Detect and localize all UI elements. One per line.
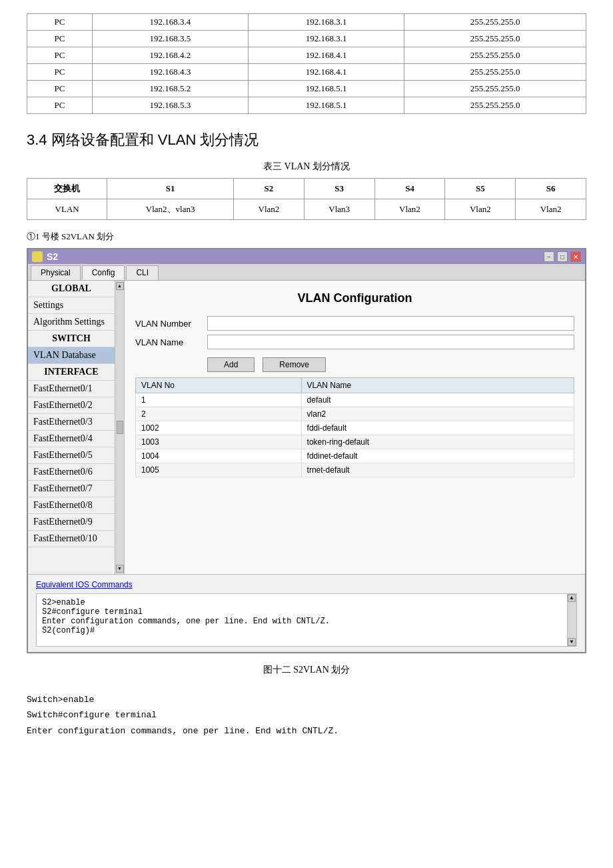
tab-config[interactable]: Config bbox=[82, 265, 125, 280]
sidebar-item-fastethernet0-3[interactable]: FastEthernet0/3 bbox=[28, 414, 115, 431]
add-button[interactable]: Add bbox=[207, 357, 255, 372]
table-cell: PC bbox=[27, 64, 93, 81]
remove-button[interactable]: Remove bbox=[263, 357, 326, 372]
ios-label[interactable]: Equivalent IOS Commands bbox=[36, 580, 577, 589]
sidebar-item-algorithm-settings[interactable]: Algorithm Settings bbox=[28, 314, 115, 331]
vlan-col-header: S2 bbox=[234, 179, 305, 199]
table-cell: VLAN bbox=[27, 199, 107, 220]
section-heading: 3.4 网络设备配置和 VLAN 划分情况 bbox=[27, 130, 586, 150]
list-cell: trnet-default bbox=[301, 463, 574, 477]
sidebar-scroll-down[interactable]: ▼ bbox=[116, 565, 124, 573]
vlan-name-label: VLAN Name bbox=[135, 337, 202, 347]
ios-lines: S2>enableS2#configure terminalEnter conf… bbox=[42, 598, 571, 635]
list-cell: fddinet-default bbox=[301, 449, 574, 463]
list-item: 1default bbox=[136, 393, 574, 407]
sidebar-scroll-up[interactable]: ▲ bbox=[116, 282, 124, 290]
tab-bar: Physical Config CLI bbox=[28, 264, 585, 281]
vlan-division-table: 交换机S1S2S3S4S5S6 VLANVlan2、vlan3Vlan2Vlan… bbox=[27, 178, 586, 220]
vlan-col-header: S5 bbox=[445, 179, 516, 199]
list-item: 1002fddi-default bbox=[136, 421, 574, 435]
vlan-list-col-name: VLAN Name bbox=[301, 378, 574, 393]
close-button[interactable]: ✕ bbox=[570, 251, 581, 262]
sidebar-item-interface[interactable]: INTERFACE bbox=[28, 364, 115, 381]
table-cell: 192.168.3.4 bbox=[92, 14, 248, 31]
table-cell: 192.168.3.1 bbox=[249, 14, 404, 31]
sidebar-item-fastethernet0-7[interactable]: FastEthernet0/7 bbox=[28, 481, 115, 497]
table-cell: 192.168.3.1 bbox=[249, 31, 404, 47]
table-cell: PC bbox=[27, 14, 93, 31]
sidebar-item-settings[interactable]: Settings bbox=[28, 297, 115, 314]
ios-terminal: S2>enableS2#configure terminalEnter conf… bbox=[36, 593, 577, 647]
list-cell: fddi-default bbox=[301, 421, 574, 435]
list-cell: 1005 bbox=[136, 463, 302, 477]
simulator-window: S2 − □ ✕ Physical Config CLI GLOBALSetti… bbox=[27, 248, 586, 653]
sidebar: GLOBALSettingsAlgorithm SettingsSWITCHVL… bbox=[28, 281, 125, 574]
list-cell: default bbox=[301, 393, 574, 407]
vlan-table-caption: 表三 VLAN 划分情况 bbox=[27, 161, 586, 173]
code-line: Enter configuration commands, one per li… bbox=[27, 723, 586, 739]
ios-scroll-up[interactable]: ▲ bbox=[568, 594, 576, 602]
table-cell: 255.255.255.0 bbox=[404, 31, 586, 47]
titlebar: S2 − □ ✕ bbox=[28, 249, 585, 264]
sidebar-items: GLOBALSettingsAlgorithm SettingsSWITCHVL… bbox=[28, 281, 115, 574]
list-item: 2vlan2 bbox=[136, 407, 574, 421]
figure-caption: 图十二 S2VLAN 划分 bbox=[27, 664, 586, 676]
sidebar-item-fastethernet0-1[interactable]: FastEthernet0/1 bbox=[28, 381, 115, 397]
table-cell: Vlan2、vlan3 bbox=[107, 199, 234, 220]
vlan-annotation: ①1 号楼 S2VLAN 划分 bbox=[27, 231, 586, 243]
table-row: PC192.168.5.2192.168.5.1255.255.255.0 bbox=[27, 81, 586, 97]
vlan-list-table: VLAN No VLAN Name 1default2vlan21002fddi… bbox=[135, 377, 574, 477]
table-row: PC192.168.4.3192.168.4.1255.255.255.0 bbox=[27, 64, 586, 81]
table-row: PC192.168.3.5192.168.3.1255.255.255.0 bbox=[27, 31, 586, 47]
maximize-button[interactable]: □ bbox=[557, 251, 568, 262]
table-cell: 192.168.4.1 bbox=[249, 64, 404, 81]
table-cell: 255.255.255.0 bbox=[404, 64, 586, 81]
table-cell: Vlan2 bbox=[374, 199, 445, 220]
sidebar-item-fastethernet0-4[interactable]: FastEthernet0/4 bbox=[28, 431, 115, 447]
table-cell: 255.255.255.0 bbox=[404, 14, 586, 31]
vlan-number-row: VLAN Number bbox=[135, 316, 574, 331]
table-cell: PC bbox=[27, 97, 93, 114]
table-cell: 255.255.255.0 bbox=[404, 97, 586, 114]
minimize-button[interactable]: − bbox=[544, 251, 554, 262]
sidebar-item-fastethernet0-6[interactable]: FastEthernet0/6 bbox=[28, 464, 115, 481]
sidebar-item-fastethernet0-10[interactable]: FastEthernet0/10 bbox=[28, 531, 115, 547]
ios-scrollbar[interactable]: ▲ ▼ bbox=[567, 594, 576, 646]
list-cell: vlan2 bbox=[301, 407, 574, 421]
vlan-form-buttons: Add Remove bbox=[207, 357, 574, 372]
table-cell: 255.255.255.0 bbox=[404, 47, 586, 64]
table-row: PC192.168.3.4192.168.3.1255.255.255.0 bbox=[27, 14, 586, 31]
sidebar-item-fastethernet0-8[interactable]: FastEthernet0/8 bbox=[28, 497, 115, 514]
vlan-number-label: VLAN Number bbox=[135, 319, 202, 329]
ios-scroll-down[interactable]: ▼ bbox=[568, 638, 576, 646]
table-cell: 255.255.255.0 bbox=[404, 81, 586, 97]
vlan-number-input[interactable] bbox=[207, 316, 574, 331]
code-block: Switch>enableSwitch#configure terminalEn… bbox=[27, 689, 586, 741]
table-header-row: 交换机S1S2S3S4S5S6 bbox=[27, 179, 586, 199]
table-cell: PC bbox=[27, 81, 93, 97]
sidebar-item-switch[interactable]: SWITCH bbox=[28, 331, 115, 347]
list-item: 1005trnet-default bbox=[136, 463, 574, 477]
ios-section: Equivalent IOS Commands S2>enableS2#conf… bbox=[28, 574, 585, 652]
sidebar-item-fastethernet0-9[interactable]: FastEthernet0/9 bbox=[28, 514, 115, 531]
titlebar-controls: − □ ✕ bbox=[544, 251, 581, 262]
table-cell: 192.168.5.3 bbox=[92, 97, 248, 114]
table-cell: Vlan2 bbox=[445, 199, 516, 220]
sidebar-item-vlan-database[interactable]: VLAN Database bbox=[28, 347, 115, 364]
vlan-name-input[interactable] bbox=[207, 335, 574, 349]
code-line: Switch>enable bbox=[27, 692, 586, 707]
ios-line: S2>enable bbox=[42, 598, 560, 607]
vlan-col-header: S1 bbox=[107, 179, 234, 199]
sidebar-item-global[interactable]: GLOBAL bbox=[28, 281, 115, 297]
table-cell: PC bbox=[27, 31, 93, 47]
sidebar-scrollbar[interactable]: ▲ ▼ bbox=[115, 281, 124, 574]
tab-physical[interactable]: Physical bbox=[31, 265, 81, 280]
sidebar-item-fastethernet0-2[interactable]: FastEthernet0/2 bbox=[28, 397, 115, 414]
tab-cli[interactable]: CLI bbox=[126, 265, 159, 280]
list-cell: 2 bbox=[136, 407, 302, 421]
ios-line: S2#configure terminal bbox=[42, 607, 560, 617]
sidebar-scroll-thumb[interactable] bbox=[117, 421, 123, 434]
sidebar-item-fastethernet0-5[interactable]: FastEthernet0/5 bbox=[28, 447, 115, 464]
table-cell: 192.168.4.1 bbox=[249, 47, 404, 64]
table-cell: Vlan3 bbox=[304, 199, 374, 220]
